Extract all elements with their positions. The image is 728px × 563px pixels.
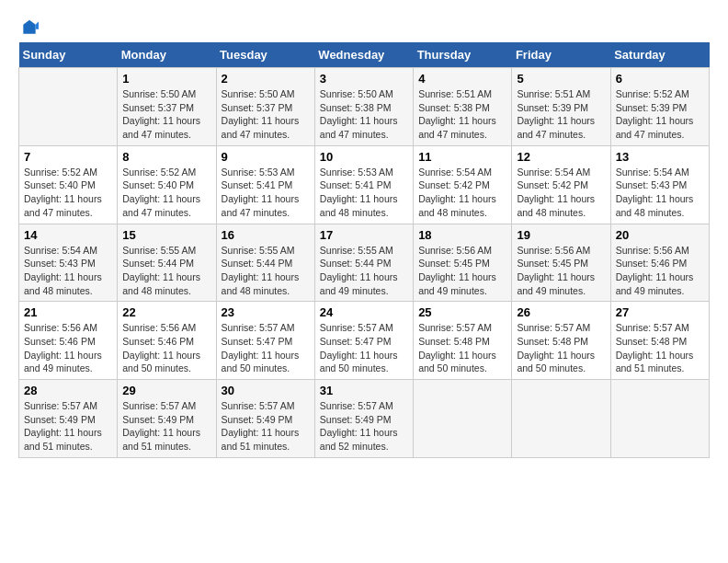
day-number: 16 [222, 228, 310, 242]
day-number: 7 [24, 150, 112, 164]
day-info: Sunrise: 5:52 AMSunset: 5:39 PMDaylight:… [616, 87, 704, 142]
column-header-friday: Friday [512, 42, 610, 68]
day-number: 20 [616, 228, 704, 242]
day-number: 27 [616, 305, 704, 319]
day-info: Sunrise: 5:57 AMSunset: 5:48 PMDaylight:… [616, 321, 704, 375]
day-info: Sunrise: 5:50 AMSunset: 5:38 PMDaylight:… [320, 87, 408, 142]
column-header-wednesday: Wednesday [314, 42, 413, 68]
day-number: 10 [320, 150, 408, 164]
calendar-cell: 26Sunrise: 5:57 AMSunset: 5:48 PMDayligh… [512, 302, 610, 380]
day-info: Sunrise: 5:51 AMSunset: 5:39 PMDaylight:… [517, 87, 605, 142]
column-header-thursday: Thursday [414, 42, 512, 68]
calendar-cell: 24Sunrise: 5:57 AMSunset: 5:47 PMDayligh… [314, 302, 413, 380]
day-info: Sunrise: 5:57 AMSunset: 5:48 PMDaylight:… [418, 321, 506, 375]
day-number: 21 [24, 305, 112, 319]
day-info: Sunrise: 5:55 AMSunset: 5:44 PMDaylight:… [222, 244, 310, 298]
day-number: 1 [122, 72, 210, 86]
day-info: Sunrise: 5:54 AMSunset: 5:43 PMDaylight:… [24, 244, 112, 298]
day-number: 17 [320, 228, 408, 242]
day-number: 11 [418, 150, 506, 164]
calendar-cell: 3Sunrise: 5:50 AMSunset: 5:38 PMDaylight… [314, 68, 413, 146]
day-info: Sunrise: 5:56 AMSunset: 5:46 PMDaylight:… [122, 321, 210, 375]
day-info: Sunrise: 5:57 AMSunset: 5:49 PMDaylight:… [122, 399, 210, 454]
calendar-header: SundayMondayTuesdayWednesdayThursdayFrid… [19, 42, 710, 68]
day-info: Sunrise: 5:53 AMSunset: 5:41 PMDaylight:… [222, 166, 310, 220]
day-number: 28 [24, 384, 112, 397]
calendar-body: 1Sunrise: 5:50 AMSunset: 5:37 PMDaylight… [19, 68, 710, 458]
calendar-cell [512, 380, 610, 458]
day-number: 30 [222, 384, 310, 397]
calendar-cell: 6Sunrise: 5:52 AMSunset: 5:39 PMDaylight… [610, 68, 709, 146]
day-number: 2 [222, 72, 310, 86]
day-number: 31 [320, 384, 408, 397]
calendar-week-1: 1Sunrise: 5:50 AMSunset: 5:37 PMDaylight… [19, 68, 710, 146]
calendar-week-2: 7Sunrise: 5:52 AMSunset: 5:40 PMDaylight… [19, 145, 710, 224]
calendar-cell: 31Sunrise: 5:57 AMSunset: 5:49 PMDayligh… [314, 380, 413, 458]
calendar-cell [610, 380, 709, 458]
calendar-cell: 7Sunrise: 5:52 AMSunset: 5:40 PMDaylight… [19, 145, 118, 224]
day-number: 8 [122, 150, 210, 164]
day-info: Sunrise: 5:56 AMSunset: 5:45 PMDaylight:… [517, 244, 605, 298]
calendar-cell: 20Sunrise: 5:56 AMSunset: 5:46 PMDayligh… [610, 224, 709, 302]
day-number: 14 [24, 228, 112, 242]
day-number: 13 [616, 150, 704, 164]
calendar-cell: 29Sunrise: 5:57 AMSunset: 5:49 PMDayligh… [118, 380, 216, 458]
calendar-cell: 12Sunrise: 5:54 AMSunset: 5:42 PMDayligh… [512, 145, 610, 224]
day-info: Sunrise: 5:56 AMSunset: 5:46 PMDaylight:… [616, 244, 704, 298]
calendar-cell [19, 68, 118, 146]
day-number: 26 [517, 305, 605, 319]
day-info: Sunrise: 5:53 AMSunset: 5:41 PMDaylight:… [320, 166, 408, 220]
day-number: 22 [122, 305, 210, 319]
calendar-cell: 1Sunrise: 5:50 AMSunset: 5:37 PMDaylight… [118, 68, 216, 146]
day-info: Sunrise: 5:57 AMSunset: 5:49 PMDaylight:… [24, 399, 112, 454]
calendar-cell: 5Sunrise: 5:51 AMSunset: 5:39 PMDaylight… [512, 68, 610, 146]
day-number: 19 [517, 228, 605, 242]
calendar-cell: 13Sunrise: 5:54 AMSunset: 5:43 PMDayligh… [610, 145, 709, 224]
calendar-table: SundayMondayTuesdayWednesdayThursdayFrid… [18, 42, 710, 458]
calendar-cell: 14Sunrise: 5:54 AMSunset: 5:43 PMDayligh… [19, 224, 118, 302]
calendar-cell [414, 380, 512, 458]
page-header [18, 18, 710, 33]
calendar-cell: 17Sunrise: 5:55 AMSunset: 5:44 PMDayligh… [314, 224, 413, 302]
day-number: 15 [122, 228, 210, 242]
day-info: Sunrise: 5:52 AMSunset: 5:40 PMDaylight:… [24, 166, 112, 220]
day-number: 12 [517, 150, 605, 164]
calendar-week-5: 28Sunrise: 5:57 AMSunset: 5:49 PMDayligh… [19, 380, 710, 458]
calendar-cell: 8Sunrise: 5:52 AMSunset: 5:40 PMDaylight… [118, 145, 216, 224]
calendar-cell: 15Sunrise: 5:55 AMSunset: 5:44 PMDayligh… [118, 224, 216, 302]
calendar-cell: 19Sunrise: 5:56 AMSunset: 5:45 PMDayligh… [512, 224, 610, 302]
column-header-monday: Monday [118, 42, 216, 68]
calendar-cell: 16Sunrise: 5:55 AMSunset: 5:44 PMDayligh… [216, 224, 314, 302]
calendar-cell: 27Sunrise: 5:57 AMSunset: 5:48 PMDayligh… [610, 302, 709, 380]
day-info: Sunrise: 5:51 AMSunset: 5:38 PMDaylight:… [418, 87, 506, 142]
day-info: Sunrise: 5:54 AMSunset: 5:42 PMDaylight:… [517, 166, 605, 220]
day-info: Sunrise: 5:57 AMSunset: 5:49 PMDaylight:… [320, 399, 408, 454]
day-info: Sunrise: 5:57 AMSunset: 5:49 PMDaylight:… [222, 399, 310, 454]
calendar-cell: 9Sunrise: 5:53 AMSunset: 5:41 PMDaylight… [216, 145, 314, 224]
calendar-cell: 22Sunrise: 5:56 AMSunset: 5:46 PMDayligh… [118, 302, 216, 380]
day-info: Sunrise: 5:50 AMSunset: 5:37 PMDaylight:… [222, 87, 310, 142]
day-info: Sunrise: 5:55 AMSunset: 5:44 PMDaylight:… [122, 244, 210, 298]
calendar-cell: 30Sunrise: 5:57 AMSunset: 5:49 PMDayligh… [216, 380, 314, 458]
day-number: 25 [418, 305, 506, 319]
calendar-cell: 18Sunrise: 5:56 AMSunset: 5:45 PMDayligh… [414, 224, 512, 302]
day-number: 3 [320, 72, 408, 86]
calendar-cell: 25Sunrise: 5:57 AMSunset: 5:48 PMDayligh… [414, 302, 512, 380]
calendar-cell: 28Sunrise: 5:57 AMSunset: 5:49 PMDayligh… [19, 380, 118, 458]
column-header-sunday: Sunday [19, 42, 118, 68]
column-header-tuesday: Tuesday [216, 42, 314, 68]
calendar-cell: 10Sunrise: 5:53 AMSunset: 5:41 PMDayligh… [314, 145, 413, 224]
day-number: 4 [418, 72, 506, 86]
day-info: Sunrise: 5:57 AMSunset: 5:48 PMDaylight:… [517, 321, 605, 375]
day-number: 6 [616, 72, 704, 86]
calendar-cell: 2Sunrise: 5:50 AMSunset: 5:37 PMDaylight… [216, 68, 314, 146]
svg-marker-0 [36, 21, 39, 29]
calendar-cell: 23Sunrise: 5:57 AMSunset: 5:47 PMDayligh… [216, 302, 314, 380]
day-info: Sunrise: 5:55 AMSunset: 5:44 PMDaylight:… [320, 244, 408, 298]
calendar-cell: 21Sunrise: 5:56 AMSunset: 5:46 PMDayligh… [19, 302, 118, 380]
day-info: Sunrise: 5:52 AMSunset: 5:40 PMDaylight:… [122, 166, 210, 220]
day-number: 29 [122, 384, 210, 397]
column-header-saturday: Saturday [610, 42, 709, 68]
day-info: Sunrise: 5:54 AMSunset: 5:42 PMDaylight:… [418, 166, 506, 220]
day-info: Sunrise: 5:50 AMSunset: 5:37 PMDaylight:… [122, 87, 210, 142]
